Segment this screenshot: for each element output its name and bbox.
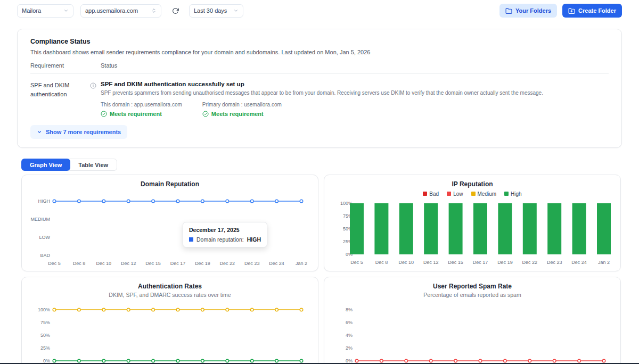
chart-title: Domain Reputation — [30, 180, 310, 188]
svg-text:Dec 12: Dec 12 — [121, 261, 136, 266]
svg-text:8%: 8% — [346, 307, 353, 312]
topbar-right: Your Folders Create Folder — [499, 4, 622, 18]
meets-requirement-label: Meets requirement — [110, 111, 162, 117]
topbar: Mailora app.usemailora.com Last 30 days … — [0, 0, 639, 21]
svg-text:25%: 25% — [40, 345, 50, 351]
check-circle-icon — [202, 111, 209, 117]
chevron-down-icon — [233, 8, 239, 13]
domain-combobox-value: app.usemailora.com — [85, 7, 138, 14]
svg-text:Dec 12: Dec 12 — [423, 260, 439, 265]
svg-text:Dec 15: Dec 15 — [145, 261, 161, 266]
svg-text:Dec 5: Dec 5 — [48, 261, 61, 266]
refresh-button[interactable] — [168, 4, 182, 18]
legend-swatch — [504, 192, 509, 196]
tab-table-view[interactable]: Table View — [68, 159, 117, 171]
svg-text:6%: 6% — [346, 320, 353, 325]
svg-text:Dec 8: Dec 8 — [73, 261, 86, 266]
svg-text:Dec 23: Dec 23 — [547, 260, 562, 265]
svg-text:Dec 24: Dec 24 — [269, 261, 284, 266]
svg-text:MEDIUM: MEDIUM — [31, 217, 51, 222]
svg-text:Dec 19: Dec 19 — [497, 260, 513, 265]
show-more-label: Show 7 more requirements — [46, 129, 121, 135]
this-domain-status-badge: Meets requirement — [101, 111, 182, 117]
folder-plus-icon — [568, 7, 575, 14]
dashboard-page: Mailora app.usemailora.com Last 30 days … — [0, 0, 639, 364]
legend-item: Medium — [471, 191, 497, 197]
create-folder-button[interactable]: Create Folder — [562, 4, 622, 18]
date-range-value: Last 30 days — [194, 7, 227, 14]
ip-reputation-legend: BadLowMediumHigh — [332, 190, 612, 197]
svg-text:Dec 22: Dec 22 — [522, 260, 538, 265]
compliance-description: This dashboard shows email sender requir… — [30, 49, 609, 55]
domain-combobox[interactable]: app.usemailora.com — [80, 4, 161, 18]
requirement-status-cell: SPF and DKIM authentication successfully… — [101, 81, 609, 117]
primary-domain-label: Primary domain : usemailora.com — [202, 102, 282, 107]
this-domain-label: This domain : app.usemailora.com — [101, 102, 182, 107]
brand-select[interactable]: Mailora — [17, 4, 73, 18]
svg-text:Dec 23: Dec 23 — [244, 261, 260, 266]
tooltip-row: Domain reputation: HIGH — [189, 236, 261, 243]
your-folders-button[interactable]: Your Folders — [499, 4, 557, 18]
svg-text:0%: 0% — [43, 358, 50, 363]
svg-text:75%: 75% — [40, 320, 50, 325]
domain-reputation-chart: BADLOWMEDIUMHIGHDec 5Dec 8Dec 10Dec 12De… — [30, 189, 310, 269]
svg-text:2%: 2% — [346, 345, 353, 351]
show-more-requirements-button[interactable]: Show 7 more requirements — [30, 125, 127, 139]
info-icon[interactable] — [90, 81, 101, 117]
view-tabs: Graph View Table View — [21, 159, 639, 171]
create-folder-label: Create Folder — [578, 7, 616, 14]
meets-requirement-label: Meets requirement — [211, 111, 264, 117]
legend-swatch — [471, 192, 476, 196]
status-description: SPF prevents spammers from sending unaut… — [101, 90, 609, 96]
tooltip-label: Domain reputation: — [196, 236, 244, 243]
svg-text:Dec 17: Dec 17 — [170, 261, 186, 266]
check-circle-icon — [101, 111, 107, 117]
svg-text:50%: 50% — [40, 333, 50, 338]
chart-title: IP Reputation — [332, 180, 612, 188]
authentication-rates-chart: 0%25%50%75%100%Dec 5Dec 8Dec 10Dec 12Dec… — [30, 302, 310, 364]
svg-text:Jan 2: Jan 2 — [296, 261, 307, 266]
legend-item: High — [504, 191, 522, 197]
svg-text:Jan 2: Jan 2 — [598, 260, 610, 265]
requirement-name: SPF and DKIM authentication — [30, 81, 90, 117]
domains-row: This domain : app.usemailora.com Meets r… — [101, 102, 609, 117]
svg-text:Dec 17: Dec 17 — [473, 260, 488, 265]
svg-text:Dec 15: Dec 15 — [448, 260, 463, 265]
tooltip-value: HIGH — [247, 236, 261, 243]
refresh-icon — [172, 7, 179, 14]
svg-text:0%: 0% — [346, 358, 353, 363]
svg-text:Dec 5: Dec 5 — [350, 260, 363, 265]
requirement-row: SPF and DKIM authentication SPF and DKIM… — [30, 74, 609, 117]
chevron-down-icon — [37, 129, 42, 135]
svg-text:Dec 22: Dec 22 — [220, 261, 235, 266]
your-folders-label: Your Folders — [515, 7, 551, 14]
legend-swatch — [447, 192, 451, 196]
compliance-status-card: Compliance Status This dashboard shows e… — [17, 29, 622, 148]
topbar-left: Mailora app.usemailora.com Last 30 days — [17, 4, 243, 18]
svg-text:BAD: BAD — [40, 253, 50, 258]
ip-reputation-chart: 0%25%50%75%100%Dec 5Dec 8Dec 10Dec 12Dec… — [332, 199, 612, 268]
folder-icon — [505, 7, 512, 14]
brand-select-value: Mailora — [22, 7, 41, 14]
compliance-title: Compliance Status — [30, 38, 609, 45]
date-range-select[interactable]: Last 30 days — [189, 4, 243, 18]
svg-text:LOW: LOW — [39, 235, 50, 240]
ip-reputation-card: IP Reputation BadLowMediumHigh 0%25%50%7… — [324, 175, 621, 271]
svg-text:Dec 10: Dec 10 — [399, 260, 414, 265]
svg-text:100%: 100% — [38, 307, 50, 312]
legend-swatch — [423, 192, 427, 196]
chart-tooltip: December 17, 2025 Domain reputation: HIG… — [183, 222, 267, 247]
status-title: SPF and DKIM authentication successfully… — [101, 81, 609, 87]
svg-text:4%: 4% — [346, 333, 353, 338]
primary-domain-block: Primary domain : usemailora.com Meets re… — [202, 102, 282, 117]
svg-text:HIGH: HIGH — [38, 198, 51, 204]
chart-title: Authentication Rates — [30, 283, 310, 290]
compliance-table-header: Requirement Status — [30, 62, 609, 74]
primary-domain-status-badge: Meets requirement — [202, 111, 282, 117]
chart-subtitle: Percentage of emails reported as spam — [332, 292, 612, 298]
svg-text:Dec 19: Dec 19 — [195, 261, 210, 266]
spam-rate-card: User Reported Spam Rate Percentage of em… — [324, 277, 621, 364]
legend-item: Bad — [423, 191, 439, 197]
svg-text:Dec 10: Dec 10 — [96, 261, 112, 266]
tab-graph-view[interactable]: Graph View — [21, 159, 70, 171]
